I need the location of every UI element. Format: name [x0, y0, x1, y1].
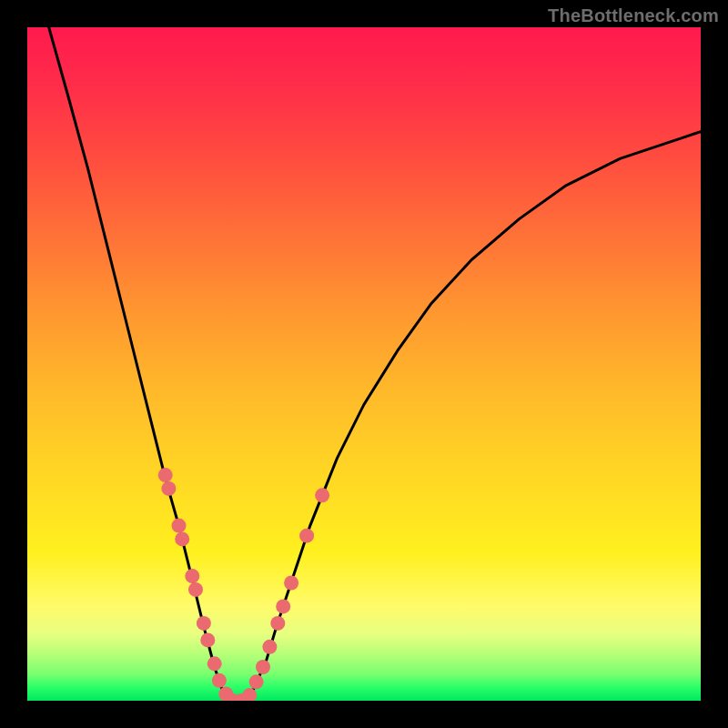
data-marker — [172, 519, 187, 533]
bottleneck-curve — [49, 27, 701, 701]
data-marker — [212, 673, 227, 688]
data-marker — [249, 674, 264, 689]
data-marker — [185, 569, 199, 583]
attribution-label: TheBottleneck.com — [548, 5, 719, 26]
data-marker — [158, 468, 173, 482]
data-marker — [207, 656, 222, 671]
data-marker — [270, 616, 285, 631]
data-marker — [197, 616, 211, 631]
data-markers — [158, 468, 329, 701]
data-marker — [262, 640, 277, 654]
data-marker — [284, 576, 298, 591]
data-marker — [299, 529, 314, 543]
data-marker — [276, 599, 290, 613]
data-marker — [161, 481, 176, 496]
data-marker — [200, 632, 215, 647]
chart-frame: TheBottleneck.com — [0, 0, 728, 728]
chart-svg — [27, 27, 701, 701]
data-marker — [188, 582, 203, 597]
data-marker — [175, 531, 189, 546]
data-marker — [315, 488, 329, 502]
data-marker — [256, 660, 270, 674]
